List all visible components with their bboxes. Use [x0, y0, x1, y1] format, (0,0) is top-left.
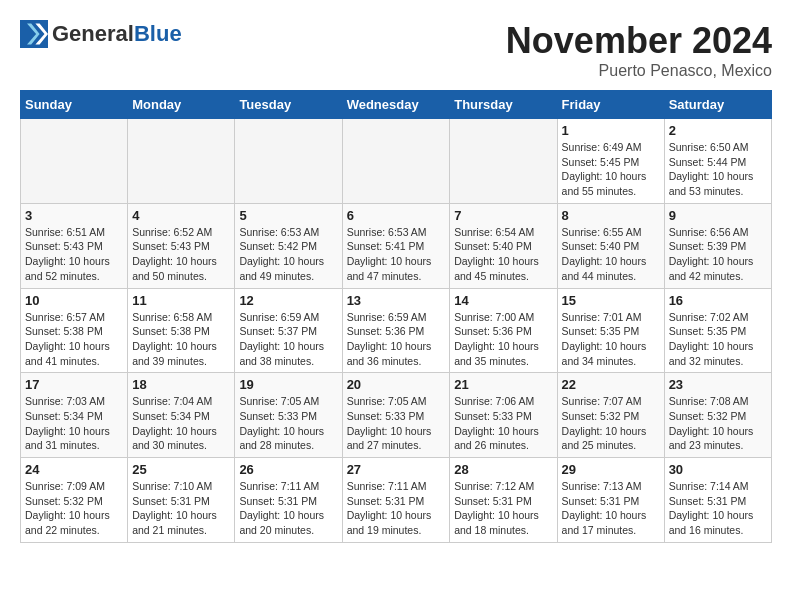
day-info: Sunrise: 6:54 AMSunset: 5:40 PMDaylight:… [454, 225, 552, 284]
day-info: Sunrise: 6:49 AMSunset: 5:45 PMDaylight:… [562, 140, 660, 199]
calendar-cell: 27Sunrise: 7:11 AMSunset: 5:31 PMDayligh… [342, 458, 450, 543]
day-info: Sunrise: 7:06 AMSunset: 5:33 PMDaylight:… [454, 394, 552, 453]
day-info: Sunrise: 7:11 AMSunset: 5:31 PMDaylight:… [239, 479, 337, 538]
calendar-cell: 8Sunrise: 6:55 AMSunset: 5:40 PMDaylight… [557, 203, 664, 288]
calendar-cell [128, 119, 235, 204]
day-number: 6 [347, 208, 446, 223]
calendar-cell [235, 119, 342, 204]
day-info: Sunrise: 7:09 AMSunset: 5:32 PMDaylight:… [25, 479, 123, 538]
calendar-week-row: 3Sunrise: 6:51 AMSunset: 5:43 PMDaylight… [21, 203, 772, 288]
calendar-header-row: SundayMondayTuesdayWednesdayThursdayFrid… [21, 91, 772, 119]
day-info: Sunrise: 7:04 AMSunset: 5:34 PMDaylight:… [132, 394, 230, 453]
day-number: 12 [239, 293, 337, 308]
calendar: SundayMondayTuesdayWednesdayThursdayFrid… [20, 90, 772, 543]
day-number: 10 [25, 293, 123, 308]
calendar-cell: 29Sunrise: 7:13 AMSunset: 5:31 PMDayligh… [557, 458, 664, 543]
day-number: 11 [132, 293, 230, 308]
calendar-cell [342, 119, 450, 204]
page-header: GeneralBlue November 2024 Puerto Penasco… [20, 20, 772, 80]
day-number: 23 [669, 377, 767, 392]
day-info: Sunrise: 7:03 AMSunset: 5:34 PMDaylight:… [25, 394, 123, 453]
logo-icon [20, 20, 48, 48]
day-number: 29 [562, 462, 660, 477]
day-info: Sunrise: 7:10 AMSunset: 5:31 PMDaylight:… [132, 479, 230, 538]
weekday-header-saturday: Saturday [664, 91, 771, 119]
calendar-cell: 2Sunrise: 6:50 AMSunset: 5:44 PMDaylight… [664, 119, 771, 204]
calendar-week-row: 10Sunrise: 6:57 AMSunset: 5:38 PMDayligh… [21, 288, 772, 373]
day-info: Sunrise: 7:01 AMSunset: 5:35 PMDaylight:… [562, 310, 660, 369]
calendar-cell: 10Sunrise: 6:57 AMSunset: 5:38 PMDayligh… [21, 288, 128, 373]
calendar-week-row: 1Sunrise: 6:49 AMSunset: 5:45 PMDaylight… [21, 119, 772, 204]
calendar-cell: 7Sunrise: 6:54 AMSunset: 5:40 PMDaylight… [450, 203, 557, 288]
calendar-cell: 20Sunrise: 7:05 AMSunset: 5:33 PMDayligh… [342, 373, 450, 458]
calendar-cell: 14Sunrise: 7:00 AMSunset: 5:36 PMDayligh… [450, 288, 557, 373]
day-number: 7 [454, 208, 552, 223]
day-info: Sunrise: 7:13 AMSunset: 5:31 PMDaylight:… [562, 479, 660, 538]
day-number: 20 [347, 377, 446, 392]
day-info: Sunrise: 7:05 AMSunset: 5:33 PMDaylight:… [347, 394, 446, 453]
day-number: 24 [25, 462, 123, 477]
day-info: Sunrise: 6:50 AMSunset: 5:44 PMDaylight:… [669, 140, 767, 199]
day-info: Sunrise: 7:02 AMSunset: 5:35 PMDaylight:… [669, 310, 767, 369]
location: Puerto Penasco, Mexico [506, 62, 772, 80]
day-info: Sunrise: 6:59 AMSunset: 5:37 PMDaylight:… [239, 310, 337, 369]
day-info: Sunrise: 6:51 AMSunset: 5:43 PMDaylight:… [25, 225, 123, 284]
calendar-cell: 13Sunrise: 6:59 AMSunset: 5:36 PMDayligh… [342, 288, 450, 373]
calendar-cell: 1Sunrise: 6:49 AMSunset: 5:45 PMDaylight… [557, 119, 664, 204]
day-number: 28 [454, 462, 552, 477]
day-number: 26 [239, 462, 337, 477]
logo-text: GeneralBlue [52, 23, 182, 45]
day-info: Sunrise: 6:56 AMSunset: 5:39 PMDaylight:… [669, 225, 767, 284]
calendar-cell: 6Sunrise: 6:53 AMSunset: 5:41 PMDaylight… [342, 203, 450, 288]
day-number: 8 [562, 208, 660, 223]
weekday-header-monday: Monday [128, 91, 235, 119]
day-number: 18 [132, 377, 230, 392]
calendar-cell: 23Sunrise: 7:08 AMSunset: 5:32 PMDayligh… [664, 373, 771, 458]
calendar-cell: 24Sunrise: 7:09 AMSunset: 5:32 PMDayligh… [21, 458, 128, 543]
day-number: 17 [25, 377, 123, 392]
month-title: November 2024 [506, 20, 772, 62]
calendar-week-row: 17Sunrise: 7:03 AMSunset: 5:34 PMDayligh… [21, 373, 772, 458]
calendar-cell [450, 119, 557, 204]
day-number: 30 [669, 462, 767, 477]
day-info: Sunrise: 6:59 AMSunset: 5:36 PMDaylight:… [347, 310, 446, 369]
day-number: 13 [347, 293, 446, 308]
calendar-cell: 19Sunrise: 7:05 AMSunset: 5:33 PMDayligh… [235, 373, 342, 458]
day-info: Sunrise: 6:52 AMSunset: 5:43 PMDaylight:… [132, 225, 230, 284]
calendar-cell: 11Sunrise: 6:58 AMSunset: 5:38 PMDayligh… [128, 288, 235, 373]
calendar-cell: 26Sunrise: 7:11 AMSunset: 5:31 PMDayligh… [235, 458, 342, 543]
calendar-cell: 25Sunrise: 7:10 AMSunset: 5:31 PMDayligh… [128, 458, 235, 543]
day-number: 2 [669, 123, 767, 138]
day-number: 27 [347, 462, 446, 477]
day-info: Sunrise: 7:05 AMSunset: 5:33 PMDaylight:… [239, 394, 337, 453]
day-number: 21 [454, 377, 552, 392]
calendar-cell: 18Sunrise: 7:04 AMSunset: 5:34 PMDayligh… [128, 373, 235, 458]
day-number: 16 [669, 293, 767, 308]
calendar-cell: 3Sunrise: 6:51 AMSunset: 5:43 PMDaylight… [21, 203, 128, 288]
day-number: 25 [132, 462, 230, 477]
weekday-header-sunday: Sunday [21, 91, 128, 119]
day-info: Sunrise: 7:08 AMSunset: 5:32 PMDaylight:… [669, 394, 767, 453]
calendar-cell: 22Sunrise: 7:07 AMSunset: 5:32 PMDayligh… [557, 373, 664, 458]
day-number: 15 [562, 293, 660, 308]
day-number: 14 [454, 293, 552, 308]
day-info: Sunrise: 7:12 AMSunset: 5:31 PMDaylight:… [454, 479, 552, 538]
day-info: Sunrise: 6:53 AMSunset: 5:42 PMDaylight:… [239, 225, 337, 284]
weekday-header-thursday: Thursday [450, 91, 557, 119]
calendar-week-row: 24Sunrise: 7:09 AMSunset: 5:32 PMDayligh… [21, 458, 772, 543]
day-number: 3 [25, 208, 123, 223]
calendar-cell: 16Sunrise: 7:02 AMSunset: 5:35 PMDayligh… [664, 288, 771, 373]
day-info: Sunrise: 6:53 AMSunset: 5:41 PMDaylight:… [347, 225, 446, 284]
calendar-cell: 15Sunrise: 7:01 AMSunset: 5:35 PMDayligh… [557, 288, 664, 373]
calendar-cell: 12Sunrise: 6:59 AMSunset: 5:37 PMDayligh… [235, 288, 342, 373]
day-info: Sunrise: 7:07 AMSunset: 5:32 PMDaylight:… [562, 394, 660, 453]
weekday-header-tuesday: Tuesday [235, 91, 342, 119]
day-number: 1 [562, 123, 660, 138]
day-number: 5 [239, 208, 337, 223]
day-number: 9 [669, 208, 767, 223]
day-info: Sunrise: 6:57 AMSunset: 5:38 PMDaylight:… [25, 310, 123, 369]
logo: GeneralBlue [20, 20, 182, 48]
calendar-cell [21, 119, 128, 204]
calendar-cell: 9Sunrise: 6:56 AMSunset: 5:39 PMDaylight… [664, 203, 771, 288]
day-number: 19 [239, 377, 337, 392]
